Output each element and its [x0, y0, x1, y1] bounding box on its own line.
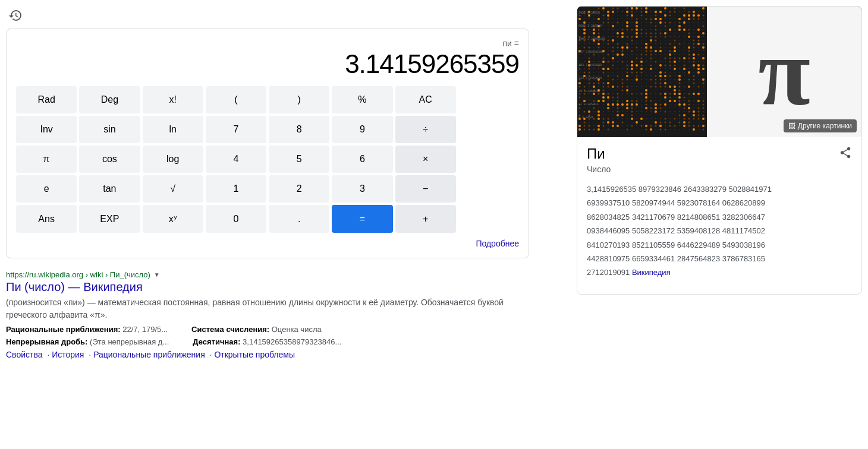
result-link-rational[interactable]: Рациональные приближения	[93, 350, 205, 359]
kc-pi-symbol-area: π	[707, 7, 861, 137]
right-panel: π 🖼 Другие картинки Пи Число 3,14	[577, 0, 868, 301]
calc-btn-9[interactable]: 9	[332, 116, 392, 143]
knowledge-card: π 🖼 Другие картинки Пи Число 3,14	[577, 6, 862, 295]
history-button[interactable]	[6, 6, 25, 25]
other-images-button[interactable]: 🖼 Другие картинки	[784, 119, 857, 132]
result-url: https://ru.wikipedia.org › wiki › Пи_(чи…	[6, 270, 529, 279]
calc-btn-ln[interactable]: ln	[143, 116, 203, 143]
calc-value: 3.14159265359	[16, 49, 519, 79]
kc-wikipedia-link[interactable]: Википедия	[632, 268, 671, 277]
calc-btn-tan[interactable]: tan	[79, 175, 140, 203]
kc-digits-line-4: 8410270193 8521105559 6446229489 5493038…	[587, 238, 852, 252]
calc-btn-ac[interactable]: AC	[395, 86, 456, 113]
calc-btn-0[interactable]: 0	[206, 205, 266, 233]
kc-title: Пи	[587, 146, 605, 162]
calc-btn-pi[interactable]: π	[16, 146, 77, 173]
kc-digits-line-2: 8628034825 3421170679 8214808651 3282306…	[587, 210, 852, 224]
share-icon	[839, 146, 852, 159]
kc-header: Пи	[587, 146, 852, 162]
calc-btn-deg[interactable]: Deg	[79, 86, 140, 113]
kc-subtitle: Число	[587, 165, 852, 174]
calc-btn-1[interactable]: 1	[206, 175, 266, 203]
calc-btn-6[interactable]: 6	[332, 146, 392, 173]
calc-btn-rad[interactable]: Rad	[16, 86, 77, 113]
result-link-properties[interactable]: Свойства	[6, 350, 42, 359]
calc-btn-rparen[interactable]: )	[269, 86, 329, 113]
calculator: пи = 3.14159265359 RadDegx!()%ACInvsinln…	[6, 29, 529, 258]
calc-label: пи =	[16, 39, 519, 48]
pi-visualization-canvas	[577, 7, 714, 137]
result-facts-2: Непрерывная дробь: (Эта непрерывная д...…	[6, 337, 529, 346]
calc-more-link[interactable]: Подробнее	[16, 239, 519, 248]
calc-btn-add[interactable]: +	[395, 205, 456, 233]
left-panel: пи = 3.14159265359 RadDegx!()%ACInvsinln…	[0, 0, 559, 365]
result-snippet: (произносится «пи») — математическая пос…	[6, 296, 529, 321]
kc-digits-line-6: 2712019091 Википедия	[587, 265, 852, 279]
search-result: https://ru.wikipedia.org › wiki › Пи_(чи…	[6, 270, 529, 359]
fact-3: Непрерывная дробь: (Эта непрерывная д...	[6, 337, 169, 346]
kc-image-left	[577, 7, 714, 137]
other-images-label: Другие картинки	[798, 122, 852, 130]
fact-2: Система счисления: Оценка числа	[191, 325, 322, 334]
calc-btn-ans[interactable]: Ans	[16, 205, 77, 233]
calc-btn-pct[interactable]: %	[332, 86, 392, 113]
kc-digits-line-1: 6939937510 5820974944 5923078164 0628620…	[587, 196, 852, 210]
kc-image-container: π 🖼 Другие картинки	[577, 7, 861, 137]
kc-body: Пи Число 3,1415926535 8979323846 2643383…	[577, 137, 861, 294]
kc-digits-line-0: 3,1415926535 8979323846 2643383279 50288…	[587, 182, 852, 196]
history-icon-wrap	[6, 6, 559, 25]
image-icon: 🖼	[788, 122, 795, 130]
calc-btn-8[interactable]: 8	[269, 116, 329, 143]
calc-btn-2[interactable]: 2	[269, 175, 329, 203]
calc-btn-dot[interactable]: .	[269, 205, 329, 233]
calc-btn-log[interactable]: log	[143, 146, 203, 173]
pi-symbol: π	[758, 24, 810, 119]
result-title[interactable]: Пи (число) — Википедия	[6, 280, 529, 294]
calc-btn-sub[interactable]: −	[395, 175, 456, 203]
calc-btn-div[interactable]: ÷	[395, 116, 456, 143]
calc-btn-sin[interactable]: sin	[79, 116, 140, 143]
result-links: Свойства · История · Рациональные прибли…	[6, 350, 529, 359]
calc-btn-pow[interactable]: xʸ	[143, 205, 203, 233]
calc-btn-fact[interactable]: x!	[143, 86, 203, 113]
calc-btn-exp[interactable]: EXP	[79, 205, 140, 233]
calc-btn-5[interactable]: 5	[269, 146, 329, 173]
url-dropdown-arrow[interactable]: ▼	[154, 271, 160, 278]
calc-btn-3[interactable]: 3	[332, 175, 392, 203]
kc-digits-line-3: 0938446095 5058223172 5359408128 4811174…	[587, 224, 852, 238]
calc-btn-sqrt[interactable]: √	[143, 175, 203, 203]
calc-btn-4[interactable]: 4	[206, 146, 266, 173]
calc-btn-e[interactable]: e	[16, 175, 77, 203]
share-button[interactable]	[839, 146, 852, 162]
result-url-link[interactable]: https://ru.wikipedia.org › wiki › Пи_(чи…	[6, 270, 150, 279]
result-facts: Рациональные приближения: 22/7, 179/5...…	[6, 325, 529, 334]
calc-btn-7[interactable]: 7	[206, 116, 266, 143]
result-link-open-problems[interactable]: Открытые проблемы	[214, 350, 295, 359]
fact-4: Десятичная: 3,14159265358979323846...	[193, 337, 341, 346]
kc-digits: 3,1415926535 8979323846 2643383279 50288…	[587, 182, 852, 280]
history-icon	[8, 8, 23, 23]
calc-btn-equals[interactable]: =	[332, 205, 392, 233]
fact-1: Рациональные приближения: 22/7, 179/5...	[6, 325, 168, 334]
calc-btn-inv[interactable]: Inv	[16, 116, 77, 143]
calc-btn-lparen[interactable]: (	[206, 86, 266, 113]
calculator-display: пи = 3.14159265359	[16, 39, 519, 79]
calc-buttons: RadDegx!()%ACInvsinln789÷πcoslog456×etan…	[16, 86, 519, 233]
calc-btn-cos[interactable]: cos	[79, 146, 140, 173]
calc-btn-mul[interactable]: ×	[395, 146, 456, 173]
kc-digits-line-5: 4428810975 6659334461 2847564823 3786783…	[587, 252, 852, 265]
result-link-history[interactable]: История	[52, 350, 84, 359]
